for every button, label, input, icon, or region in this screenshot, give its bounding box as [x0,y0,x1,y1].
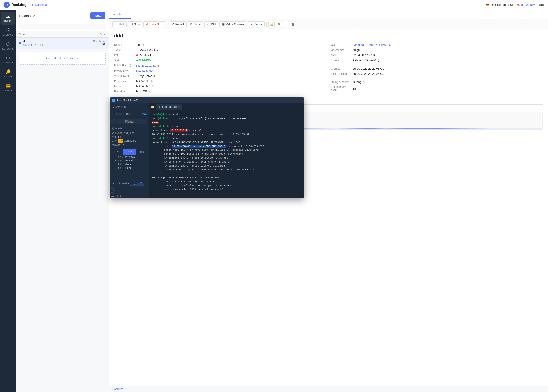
monthly-cost-label: Monthly cost [93,40,105,43]
sync-button[interactable]: ⇆ [283,21,289,28]
process-tab-cmd[interactable]: 命令 [136,149,149,155]
term-line-5: root@ddd:~# ifconfig [152,136,302,140]
dashboard-link[interactable]: ⊞ Dashboard [32,3,49,7]
output-18: loop txqueuelen 1000 (Local Loopback) [152,188,223,191]
resource-name: ddd [23,40,93,43]
refresh-icon[interactable]: ↻ [99,33,102,36]
proc-cpu-1: 0 [120,159,124,162]
info-created-row: Created: 05-09-2023 20:23:05 CST [331,66,543,71]
sidebar-item-storage[interactable]: 🗄 STORAGE [1,25,15,38]
mac-value: 52:54:00:f5:59:04 [353,53,375,57]
term-line-14 [152,172,302,176]
modified-label: Last modified: [331,72,351,76]
process-tab-cpu[interactable]: CPU [123,149,136,155]
create-new-resource[interactable]: + Create New Resource [19,52,106,65]
proc-mem-0: 0 [111,155,119,158]
nic-label: ↓9K [111,182,115,184]
billing-edit-icon[interactable]: ✎ [363,81,365,84]
add-tab-icon[interactable]: + [184,105,186,109]
start-button[interactable]: ▷ Start [112,21,127,27]
net-chart [131,181,144,186]
table-header: Name ⌄ ↻ ≡ [16,31,109,38]
location-label: Location: ⓘ [331,58,351,62]
lock-button[interactable]: 🔒 [269,21,275,28]
processor-edit-icon[interactable]: ✎ [151,80,153,83]
sidebar-item-access[interactable]: 🔑 ACCESS [1,67,15,80]
output-14 [152,172,153,175]
name-col-header: Name ⌄ [19,33,99,36]
username-label: Username: [331,49,351,52]
settings-icon[interactable]: ≡ [104,33,105,36]
back-arrow[interactable]: ‹ [19,14,20,17]
prompt-5: root@ddd:~# [152,137,168,140]
terminal-tab-close[interactable]: × [179,105,180,108]
force-stop-icon: ⊘ [146,23,148,26]
copy-ip-btn[interactable]: 复制 [142,112,147,115]
sidebar-item-compute[interactable]: ☁ COMPUTE [1,12,15,25]
header-actions: ↻ ≡ [99,33,105,36]
delete-button[interactable]: 🗑 [290,21,296,28]
runtime-label: 运行 2 分 [110,126,149,131]
tab-status-dot [159,106,160,108]
private-ip-value: 10.35.233.59 [136,69,153,72]
virtual-console-button[interactable]: ▣ Virtual Console [219,21,247,27]
ssh-button[interactable]: ◇ SSH [204,21,219,27]
resize-button[interactable]: ⤢ Resize [248,21,265,27]
term-line-8: inet6 fe80::5054:ff:fef5:5904 prefixlen … [152,148,302,152]
brand-name: Rackdog [12,3,27,7]
topup-link[interactable]: 🔖 Top Up Now [517,3,535,7]
vm-title: ddd [114,33,543,39]
process-tab-mem[interactable]: 内存 [110,149,123,155]
mem-bar: 11% [118,139,123,143]
resource-status-dot [19,42,21,44]
new-button[interactable]: New [90,12,105,19]
grid-icon: ⊞ [32,3,35,7]
sidebar-item-billing[interactable]: 💳 BILLING [1,81,15,94]
folder-icon[interactable]: 📁 [151,105,155,109]
user-menu[interactable]: tang [539,3,544,7]
settings-button[interactable]: ⚙ [276,21,282,28]
vm-tab-ddd[interactable]: ☁ ddd × [109,10,131,19]
disk-dot [136,91,138,92]
memory-edit-icon[interactable]: ✎ [152,85,154,88]
info-os-row: OS: ⊕ Debian 11 [114,53,326,58]
billing-label: Billing account: [331,81,351,84]
credit-info: 💳 Remaining credit $1 [486,3,513,7]
vm-info-grid: Name: ddd ✎ Type: ⬡ Virtual Machine OS: [114,42,543,94]
breadcrumb-compute[interactable]: Compute [112,388,123,391]
search-input[interactable] [19,24,106,29]
terminal-output[interactable]: tanglu@ddd:~$ sudo -i root@ddd:~# [ -d /… [149,110,304,198]
dashboard-label: Dashboard [35,3,49,7]
reboot-button[interactable]: ↺ Reboot [169,21,187,27]
network-label: NETWORK [2,48,14,50]
latency-row: 0ms 本机 [110,195,149,198]
name-label: Name: [114,43,134,46]
info-billing-row: Billing account: lu tang ✎ [331,79,543,84]
stop-button[interactable]: ☐ Stop [128,21,142,27]
info-mac-row: MAC: 52:54:00:f5:59:04 [331,52,543,57]
sysinfo-button[interactable]: 系统信息 [111,119,147,124]
ip-copy[interactable]: ⧉ [42,44,43,46]
term-line-0: tanglu@ddd:~$ sudo -i [152,112,302,117]
vm-tab-close[interactable]: × [124,13,126,16]
resource-row-ddd[interactable]: ddd 162.250.101.... | ⧉ Monthly cost $8 [16,38,109,49]
clone-button[interactable]: ⧉ Clone [187,21,203,27]
disk-edit-icon[interactable]: ✎ [148,90,151,93]
gear-icon: ⚙ [277,22,280,26]
billing-icon: 💳 [5,83,11,89]
terminal-tab-1[interactable]: 1 dd-rackdog × [156,104,182,110]
modified-value: 05-09-2023 20:23:24 CST [353,72,386,76]
force-stop-button[interactable]: ⊘ Force Stop [143,21,166,27]
term-line-11: RX errors 0 dropped 0 overruns 0 frame 0 [152,160,302,164]
access-label: ACCESS [3,76,12,78]
brand-logo: R Rackdog [4,2,27,8]
vm-type-icon: ⬡ [136,48,139,52]
delete-ip-icon[interactable]: ⊘ [157,64,160,67]
os-value: ⊕ Debian 11 [136,54,153,57]
sidebar-item-services[interactable]: ⚙ SERVICES [1,53,15,66]
sidebar-item-network[interactable]: ⬡ NETWORK [1,39,15,52]
cmd-0: sudo -i [172,113,184,116]
name-edit-icon[interactable]: ✎ [142,43,144,46]
services-icon: ⚙ [6,55,10,61]
memory-label: Memory: [114,85,134,88]
